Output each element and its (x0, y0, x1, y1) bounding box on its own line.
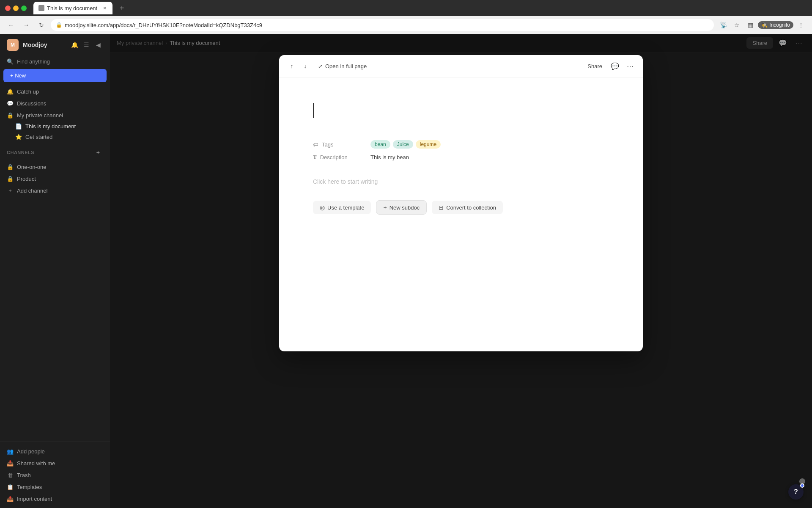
use-template-button[interactable]: ◎ Use a template (313, 201, 371, 214)
sidebar-search[interactable]: 🔍 Find anything (0, 56, 110, 67)
tags-label: 🏷 Tags (313, 141, 364, 148)
tag-bean[interactable]: bean (370, 140, 390, 149)
trash-icon: 🗑 (7, 472, 14, 478)
doc-title-area[interactable] (313, 103, 609, 124)
sidebar-add-channel-label: Add channel (17, 188, 47, 194)
sidebar-item-private-channel[interactable]: 🔒 My private channel (0, 109, 110, 121)
sidebar-item-product[interactable]: 🔒 Product (0, 173, 110, 185)
sidebar-bottom: 👥 Add people 📥 Shared with me 🗑 Trash 📋 … (0, 442, 110, 508)
modal-share-button[interactable]: Share (584, 61, 606, 71)
modal-toolbar: ↑ ↓ ⤢ Open in full page Share 💬 ⋯ (279, 55, 643, 77)
modal-nav-up[interactable]: ↑ (286, 60, 298, 72)
more-options-icon[interactable]: ⋮ (795, 19, 807, 31)
sidebar-item-shared-with-me[interactable]: 📥 Shared with me (0, 457, 110, 469)
collapse-sidebar-icon[interactable]: ◀ (93, 40, 103, 50)
extension-icon[interactable]: ▦ (744, 19, 756, 31)
sidebar-item-add-people[interactable]: 👥 Add people (0, 445, 110, 457)
tab-favicon (38, 5, 44, 11)
new-subdoc-button[interactable]: + New subdoc (376, 200, 427, 215)
sidebar-get-started-label: Get started (25, 134, 52, 140)
active-tab[interactable]: This is my document ✕ (33, 2, 112, 14)
add-channel-icon[interactable]: + (93, 147, 103, 157)
open-full-page-button[interactable]: ⤢ Open in full page (315, 61, 370, 71)
help-icon: ? (794, 488, 798, 496)
shared-icon: 📥 (7, 460, 14, 467)
description-row: T Description This is my bean (313, 151, 609, 163)
description-text: This is my bean (370, 154, 409, 160)
lock-icon-3: 🔒 (7, 175, 14, 182)
traffic-lights (5, 6, 27, 11)
action-buttons: ◎ Use a template + New subdoc ⊟ Convert … (313, 192, 609, 223)
new-button[interactable]: + New (3, 69, 107, 82)
maximize-traffic-light[interactable] (21, 6, 27, 11)
sidebar-item-add-channel[interactable]: + Add channel (0, 185, 110, 196)
back-button[interactable]: ← (5, 19, 17, 31)
sidebar-item-document[interactable]: 📄 This is my document (0, 121, 110, 132)
sidebar-templates-label: Templates (17, 484, 42, 490)
description-icon: T (313, 154, 317, 160)
minimize-traffic-light[interactable] (13, 6, 19, 11)
sidebar-item-templates[interactable]: 📋 Templates (0, 481, 110, 493)
writing-placeholder-text: Click here to start writing (313, 178, 378, 185)
nav-bar: ← → ↻ 🔒 moodjoy.slite.com/app/docs/r_DHz… (0, 16, 812, 34)
writing-area[interactable]: Click here to start writing (313, 171, 609, 192)
incognito-label: Incognito (769, 22, 790, 28)
search-icon: 🔍 (7, 58, 14, 65)
collection-icon: ⊟ (439, 204, 444, 211)
bookmark-icon[interactable]: ☆ (731, 19, 743, 31)
channels-list: 🔒 One-on-one 🔒 Product + Add channel (0, 159, 110, 198)
notification-icon[interactable]: 🔔 (69, 40, 80, 50)
reload-button[interactable]: ↻ (36, 19, 47, 31)
sidebar-item-discussions[interactable]: 💬 Discussions (0, 97, 110, 109)
close-traffic-light[interactable] (5, 6, 11, 11)
convert-to-collection-button[interactable]: ⊟ Convert to collection (432, 201, 503, 214)
search-text: Find anything (17, 58, 50, 65)
forward-button[interactable]: → (20, 19, 32, 31)
templates-icon: 📋 (7, 483, 14, 490)
tab-close-button[interactable]: ✕ (102, 5, 107, 11)
lock-icon: 🔒 (56, 22, 62, 28)
modal-nav-down[interactable]: ↓ (299, 60, 311, 72)
address-bar[interactable]: 🔒 moodjoy.slite.com/app/docs/r_DHzUYfHSK… (51, 19, 714, 31)
document-modal: ↑ ↓ ⤢ Open in full page Share 💬 ⋯ (279, 55, 643, 351)
discussions-icon: 💬 (7, 100, 14, 107)
tag-legume[interactable]: legume (416, 140, 441, 149)
sidebar-item-one-on-one[interactable]: 🔒 One-on-one (0, 161, 110, 173)
sidebar-private-channel-label: My private channel (17, 112, 63, 119)
tags-icon: 🏷 (313, 141, 318, 148)
doc-content: 🏷 Tags bean Juice legume T Des (279, 77, 643, 240)
sidebar-item-catchup[interactable]: 🔔 Catch up (0, 86, 110, 97)
nav-actions: 📡 ☆ ▦ 🕵 Incognito ⋮ (717, 19, 807, 31)
sidebar-item-trash[interactable]: 🗑 Trash (0, 469, 110, 481)
expand-icon: ⤢ (318, 63, 323, 69)
list-icon[interactable]: ☰ (81, 40, 91, 50)
lock-icon: 🔒 (7, 112, 14, 119)
sidebar-item-import[interactable]: 📤 Import content (0, 493, 110, 505)
help-notification-dot (800, 483, 804, 488)
plus-icon: + (7, 187, 14, 194)
description-label: T Description (313, 154, 364, 160)
modal-comment-icon[interactable]: 💬 (609, 60, 621, 72)
modal-more-icon[interactable]: ⋯ (624, 60, 636, 72)
description-value: This is my bean (370, 154, 409, 160)
sidebar-product-label: Product (17, 176, 36, 182)
sidebar-document-label: This is my document (25, 123, 76, 130)
tag-juice[interactable]: Juice (393, 140, 413, 149)
new-subdoc-icon: + (383, 204, 387, 211)
help-button[interactable]: ? (788, 484, 804, 500)
sidebar-trash-label: Trash (17, 472, 31, 478)
new-tab-button[interactable]: + (116, 2, 128, 14)
sidebar-add-people-label: Add people (17, 448, 45, 455)
sidebar-item-get-started[interactable]: ⭐ Get started (0, 132, 110, 142)
cast-icon[interactable]: 📡 (717, 19, 729, 31)
app-layout: M Moodjoy 🔔 ☰ ◀ 🔍 Find anything + New 🔔 … (0, 34, 812, 508)
sidebar-shared-label: Shared with me (17, 460, 55, 467)
sidebar-discussions-label: Discussions (17, 100, 46, 107)
url-text: moodjoy.slite.com/app/docs/r_DHzUYfHSK10… (65, 22, 262, 28)
use-template-label: Use a template (327, 204, 364, 211)
sidebar-header: M Moodjoy 🔔 ☰ ◀ (0, 34, 110, 56)
import-icon: 📤 (7, 495, 14, 502)
workspace-name: Moodjoy (23, 41, 47, 48)
main-area: My private channel › This is my document… (110, 34, 812, 508)
tags-value: bean Juice legume (370, 140, 441, 149)
